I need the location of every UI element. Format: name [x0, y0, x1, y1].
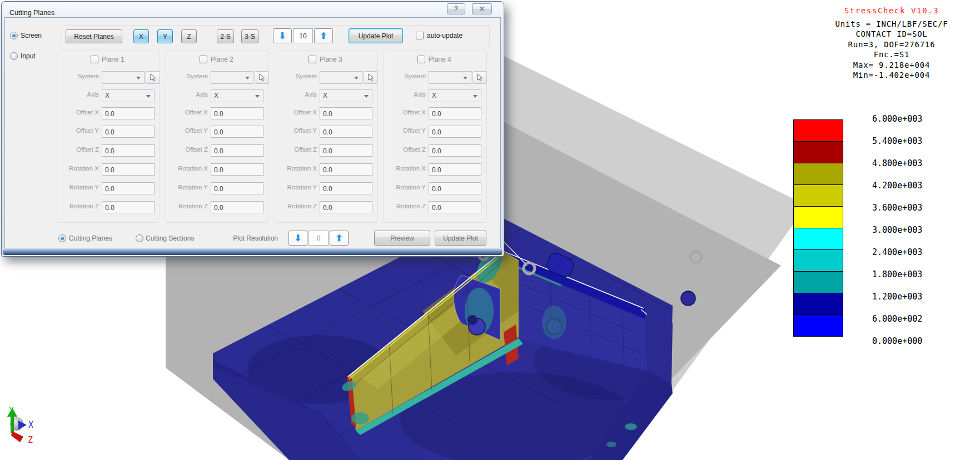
close-icon: ✕ — [479, 5, 485, 13]
offset-z-field[interactable] — [102, 144, 155, 157]
chevron-down-icon — [245, 77, 250, 79]
axis-select[interactable]: X — [211, 89, 263, 102]
offset-x-field[interactable] — [211, 107, 263, 119]
rotation-x-field[interactable] — [211, 163, 263, 176]
three-s-button[interactable]: 3-S — [241, 29, 258, 43]
contact-line: CONTACT ID=SOL — [805, 29, 978, 39]
increment-button[interactable]: ⬆ — [314, 28, 333, 43]
footer-update-plot-button[interactable]: Update Plot — [435, 231, 486, 246]
pick-system-button[interactable] — [146, 71, 160, 84]
plane-2-checkbox[interactable] — [200, 56, 207, 63]
legend-value: 0.000e+000 — [872, 336, 922, 346]
rotation-z-field[interactable] — [102, 201, 155, 213]
chevron-down-icon — [255, 95, 260, 98]
plane-1-checkbox[interactable] — [91, 56, 98, 63]
function-line: Fnc.=S1 — [805, 49, 978, 60]
min-line: Min=-1.402e+004 — [805, 70, 978, 81]
chevron-down-icon — [473, 95, 477, 98]
legend-value: 5.400e+003 — [872, 136, 922, 146]
system-select[interactable] — [320, 71, 362, 84]
cutting-sections-radio[interactable] — [136, 234, 143, 242]
reset-planes-button[interactable]: Reset Planes — [66, 29, 122, 43]
rotation-z-field[interactable] — [320, 201, 372, 213]
pick-system-button[interactable] — [255, 71, 269, 84]
pick-system-button[interactable] — [364, 71, 378, 84]
screen-radio[interactable] — [10, 32, 18, 39]
cursor-pick-icon — [368, 74, 374, 82]
legend-band — [793, 206, 843, 228]
resolution-increment-button[interactable]: ⬆ — [330, 231, 349, 246]
decrement-button[interactable]: ⬇ — [273, 28, 292, 43]
arrow-up-icon: ⬆ — [335, 233, 342, 243]
help-button[interactable]: ? — [447, 3, 465, 14]
offset-y-field[interactable] — [429, 126, 481, 138]
two-s-button[interactable]: 2-S — [217, 29, 234, 43]
rotation-x-field[interactable] — [429, 163, 481, 176]
bolt-far — [681, 291, 695, 306]
z-plane-button[interactable]: Z — [181, 29, 197, 43]
input-radio[interactable] — [10, 52, 18, 60]
z-axis-label: Z — [28, 435, 33, 445]
cutting-sections-radio-label: Cutting Sections — [146, 234, 194, 242]
legend-value: 1.800e+003 — [872, 269, 922, 279]
input-radio-label: Input — [21, 52, 36, 60]
plane-3-checkbox[interactable] — [309, 56, 316, 63]
cutting-planes-radio-label: Cutting Planes — [69, 234, 112, 242]
rotation-z-field[interactable] — [429, 201, 481, 213]
offset-x-field[interactable] — [102, 107, 155, 119]
chevron-down-icon — [136, 77, 141, 79]
axis-select[interactable]: X — [320, 89, 372, 102]
system-select[interactable] — [211, 71, 253, 84]
legend-value: 3.600e+003 — [872, 203, 922, 213]
plane-count-field[interactable] — [293, 28, 313, 43]
cutting-planes-dialog: Cutting Planes ? ✕ Screen Input Reset Pl… — [1, 1, 504, 257]
arrow-down-icon: ⬇ — [294, 233, 301, 243]
legend-value: 6.000e+002 — [872, 314, 922, 324]
axis-triad: Y X Z — [7, 406, 33, 445]
preview-button[interactable]: Preview — [374, 231, 430, 246]
legend-value: 4.200e+003 — [872, 181, 922, 191]
legend-band — [793, 119, 843, 142]
close-button[interactable]: ✕ — [472, 3, 492, 14]
rotation-z-field[interactable] — [211, 201, 263, 213]
rotation-y-field[interactable] — [102, 182, 155, 194]
help-icon: ? — [454, 5, 458, 13]
y-plane-button[interactable]: Y — [157, 29, 173, 43]
offset-z-field[interactable] — [211, 144, 263, 157]
offset-z-field[interactable] — [429, 144, 481, 157]
x-plane-button[interactable]: X — [133, 29, 149, 43]
axis-select[interactable]: X — [429, 89, 481, 102]
resolution-decrement-button[interactable]: ⬇ — [288, 231, 307, 246]
pick-system-button[interactable] — [472, 71, 487, 84]
rotation-y-field[interactable] — [320, 182, 372, 194]
system-select[interactable] — [102, 71, 145, 84]
legend-value: 4.800e+003 — [872, 158, 922, 168]
rotation-y-field[interactable] — [429, 182, 481, 194]
plane-4-checkbox[interactable] — [417, 56, 425, 63]
rotation-x-field[interactable] — [320, 163, 372, 176]
chevron-down-icon — [146, 95, 151, 98]
offset-x-field[interactable] — [429, 107, 481, 119]
update-plot-button[interactable]: Update Plot — [349, 28, 403, 43]
offset-y-field[interactable] — [320, 126, 372, 138]
offset-z-field[interactable] — [320, 144, 372, 157]
plane-2-panel: Plane 2 System Axis X Offset X Offset Y … — [166, 51, 269, 223]
rotation-x-field[interactable] — [102, 163, 155, 176]
auto-update-label: auto-update — [427, 32, 462, 39]
offset-y-field[interactable] — [211, 126, 263, 138]
offset-x-field[interactable] — [320, 107, 372, 119]
auto-update-checkbox[interactable] — [416, 32, 424, 39]
cursor-pick-icon — [259, 74, 265, 82]
units-line: Units = INCH/LBF/SEC/F — [805, 19, 978, 29]
cutting-planes-radio[interactable] — [58, 234, 66, 242]
resolution-field[interactable] — [309, 231, 329, 246]
axis-select[interactable]: X — [102, 89, 155, 102]
cursor-pick-icon — [477, 74, 483, 82]
system-select[interactable] — [429, 71, 471, 84]
plane-3-panel: Plane 3 System Axis X Offset X Offset Y … — [275, 51, 378, 223]
legend-band — [793, 314, 843, 337]
offset-y-field[interactable] — [102, 126, 155, 138]
max-line: Max= 9.218e+004 — [805, 60, 978, 71]
chevron-down-icon — [364, 95, 369, 98]
rotation-y-field[interactable] — [211, 182, 263, 194]
